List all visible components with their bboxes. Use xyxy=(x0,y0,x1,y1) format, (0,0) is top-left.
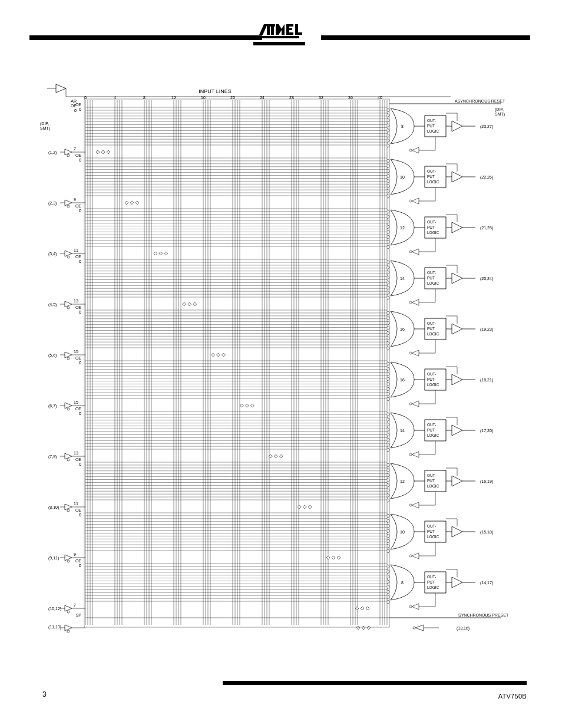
footer-bar xyxy=(223,681,527,685)
svg-point-425 xyxy=(409,605,412,608)
svg-text:LOGIC: LOGIC xyxy=(427,585,439,589)
svg-point-110 xyxy=(409,149,412,151)
svg-text:(1,2): (1,2) xyxy=(48,150,57,155)
svg-text:(13,16): (13,16) xyxy=(457,626,470,631)
svg-text:0: 0 xyxy=(79,259,81,263)
svg-text:16: 16 xyxy=(400,327,405,331)
svg-rect-7 xyxy=(286,24,293,27)
svg-text:OE: OE xyxy=(75,457,81,462)
svg-text:OUT-: OUT- xyxy=(427,321,437,325)
svg-point-309 xyxy=(67,459,70,461)
svg-text:OUT-: OUT- xyxy=(427,220,437,224)
svg-text:0: 0 xyxy=(79,361,81,365)
svg-text:0: 0 xyxy=(79,107,81,111)
svg-text:8: 8 xyxy=(401,124,404,129)
svg-text:13: 13 xyxy=(74,451,78,455)
svg-text:LOGIC: LOGIC xyxy=(427,332,439,336)
svg-text:OUT-: OUT- xyxy=(427,473,437,477)
svg-text:PUT: PUT xyxy=(427,174,435,179)
svg-text:14: 14 xyxy=(400,429,405,433)
svg-text:LOGIC: LOGIC xyxy=(427,180,439,184)
svg-text:(6,7): (6,7) xyxy=(48,404,57,409)
svg-text:OE: OE xyxy=(75,407,81,411)
svg-text:0: 0 xyxy=(79,411,81,416)
svg-text:(22,26): (22,26) xyxy=(480,175,493,180)
svg-text:(5,6): (5,6) xyxy=(48,353,57,358)
svg-text:OE: OE xyxy=(75,356,81,360)
svg-text:LOGIC: LOGIC xyxy=(427,535,439,539)
svg-text:OE: OE xyxy=(75,559,81,563)
svg-rect-11 xyxy=(295,32,302,35)
svg-text:LOGIC: LOGIC xyxy=(427,433,439,437)
svg-text:(DIP,: (DIP, xyxy=(495,107,504,112)
svg-text:OUT-: OUT- xyxy=(427,169,437,173)
svg-text:9: 9 xyxy=(74,197,76,202)
header-bar-right xyxy=(321,35,530,40)
svg-text:LOGIC: LOGIC xyxy=(427,129,439,133)
svg-text:(18,21): (18,21) xyxy=(480,378,493,383)
svg-text:LOGIC: LOGIC xyxy=(427,484,439,488)
svg-text:(7,9): (7,9) xyxy=(48,454,57,459)
svg-text:0: 0 xyxy=(79,209,81,213)
svg-text:SMT): SMT) xyxy=(40,126,50,131)
svg-text:OE: OE xyxy=(75,153,81,157)
svg-text:OE: OE xyxy=(75,204,81,208)
svg-text:ASYNCHRONOUS RESET: ASYNCHRONOUS RESET xyxy=(455,99,505,103)
svg-text:0: 0 xyxy=(74,108,77,113)
page-number: 3 xyxy=(42,690,47,699)
pld-logic-diagram: INPUT LINES0481216202428323640AROE0(DIP,… xyxy=(35,83,524,654)
svg-rect-9 xyxy=(286,32,293,35)
svg-text:0: 0 xyxy=(79,564,81,568)
svg-point-390 xyxy=(409,555,412,557)
svg-point-215 xyxy=(409,301,412,304)
svg-text:(16,19): (16,19) xyxy=(480,479,493,484)
svg-point-355 xyxy=(409,504,412,506)
svg-text:0: 0 xyxy=(79,462,81,466)
svg-text:(21,25): (21,25) xyxy=(480,226,493,230)
svg-point-274 xyxy=(67,408,70,410)
svg-text:OUT-: OUT- xyxy=(427,118,437,123)
svg-text:15: 15 xyxy=(74,400,78,404)
svg-text:8: 8 xyxy=(401,581,404,585)
svg-text:LOGIC: LOGIC xyxy=(427,230,439,235)
svg-point-285 xyxy=(409,403,412,405)
svg-point-379 xyxy=(67,560,70,562)
svg-text:PUT: PUT xyxy=(427,580,435,584)
svg-text:7: 7 xyxy=(74,147,76,151)
svg-text:OE: OE xyxy=(75,255,81,259)
svg-text:12: 12 xyxy=(400,479,405,483)
svg-text:PUT: PUT xyxy=(427,225,435,229)
svg-text:OE: OE xyxy=(75,103,81,107)
svg-rect-1 xyxy=(256,36,299,38)
svg-text:(9,11): (9,11) xyxy=(48,556,59,561)
svg-text:(20,24): (20,24) xyxy=(480,276,493,281)
svg-text:0: 0 xyxy=(79,513,81,517)
svg-rect-4 xyxy=(271,24,274,35)
svg-point-204 xyxy=(67,307,70,309)
svg-text:10: 10 xyxy=(400,175,405,179)
svg-text:0: 0 xyxy=(79,310,81,314)
page: INPUT LINES0481216202428323640AROE0(DIP,… xyxy=(0,0,562,728)
svg-text:PUT: PUT xyxy=(427,276,435,280)
svg-point-414 xyxy=(67,611,70,613)
svg-text:PUT: PUT xyxy=(427,428,435,432)
svg-text:PUT: PUT xyxy=(427,124,435,128)
svg-text:(8,10): (8,10) xyxy=(48,505,59,510)
svg-text:14: 14 xyxy=(400,276,405,281)
svg-point-169 xyxy=(67,256,70,258)
svg-text:(2,3): (2,3) xyxy=(48,201,57,206)
svg-text:11: 11 xyxy=(74,248,78,252)
svg-point-99 xyxy=(67,154,70,157)
svg-point-180 xyxy=(409,251,412,253)
svg-text:SMT): SMT) xyxy=(495,112,505,117)
svg-text:OUT-: OUT- xyxy=(427,524,437,528)
svg-text:(3,4): (3,4) xyxy=(48,252,57,256)
svg-text:(DIP,: (DIP, xyxy=(40,121,49,126)
svg-text:11: 11 xyxy=(74,502,78,506)
svg-text:(15,18): (15,18) xyxy=(480,530,493,535)
svg-text:OUT-: OUT- xyxy=(427,575,437,579)
svg-text:PUT: PUT xyxy=(427,529,435,533)
svg-rect-0 xyxy=(253,42,305,45)
svg-text:LOGIC: LOGIC xyxy=(427,383,439,387)
svg-point-438 xyxy=(413,627,415,629)
